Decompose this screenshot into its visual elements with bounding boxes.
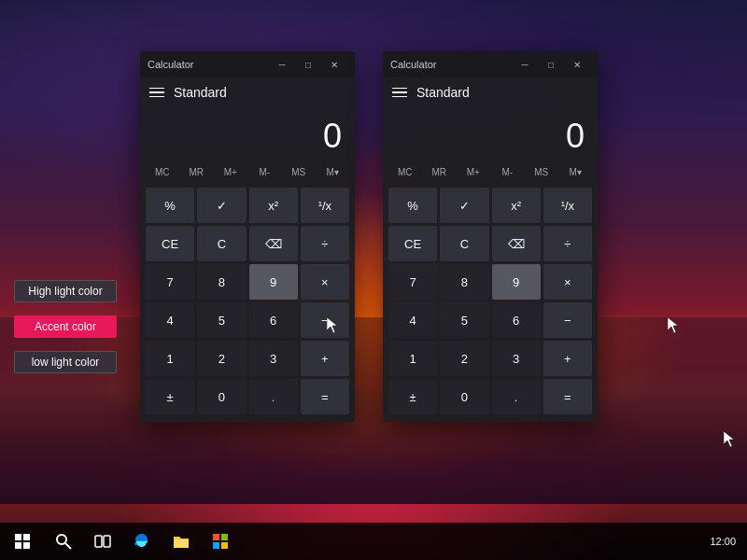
high-light-color-label[interactable]: High light color	[14, 280, 117, 302]
taskbar-explorer-icon[interactable]	[162, 523, 200, 560]
calc-right-add[interactable]: +	[543, 341, 592, 376]
calc-left-8[interactable]: 8	[197, 264, 246, 300]
calc-left-add[interactable]: +	[301, 341, 349, 376]
taskbar-store-icon[interactable]	[202, 523, 239, 560]
calc-left-header: Standard	[140, 77, 355, 107]
calc-right-6[interactable]: 6	[492, 302, 541, 338]
calc-right-5[interactable]: 5	[440, 302, 488, 338]
calc-right-percent[interactable]: %	[388, 188, 437, 223]
calc-right-reciprocal[interactable]: ¹/x	[543, 188, 592, 223]
calc-left-row-5: 1 2 3 +	[146, 341, 349, 376]
calc-left-mrecall[interactable]: M▾	[317, 162, 350, 182]
calc-left-equals[interactable]: =	[301, 379, 349, 414]
calc-left-7[interactable]: 7	[146, 264, 194, 300]
svg-rect-12	[221, 534, 228, 540]
calc-left-close[interactable]: ✕	[321, 51, 347, 77]
calc-right-backspace[interactable]: ⌫	[492, 226, 541, 261]
calc-right-mode: Standard	[416, 85, 470, 100]
calc-right-square[interactable]: x²	[492, 188, 541, 223]
calc-right-1[interactable]: 1	[388, 341, 437, 376]
calc-left-check[interactable]: ✓	[197, 188, 246, 223]
calc-left-mc[interactable]: MC	[146, 162, 179, 182]
calc-right-mr[interactable]: MR	[423, 162, 457, 182]
calc-right-mrecall[interactable]: M▾	[559, 162, 593, 182]
calc-left-divide[interactable]: ÷	[301, 226, 349, 261]
calc-left-c[interactable]: C	[197, 226, 246, 261]
calc-left-display: 0	[140, 107, 355, 161]
accent-color-label[interactable]: Accent color	[14, 315, 117, 338]
calc-left-window-controls: ─ □ ✕	[269, 51, 347, 77]
calc-right-row-3: 7 8 9 ×	[388, 264, 592, 300]
calc-right-3[interactable]: 3	[492, 341, 541, 376]
calc-right-multiply[interactable]: ×	[543, 264, 592, 300]
calc-left-ce[interactable]: CE	[146, 226, 194, 261]
calc-left-5[interactable]: 5	[197, 302, 246, 338]
calc-left-title: Calculator	[148, 59, 194, 70]
calc-left-menu-icon[interactable]	[149, 88, 164, 98]
svg-rect-3	[15, 534, 21, 540]
calc-left-3[interactable]: 3	[249, 341, 298, 376]
calc-left-0[interactable]: 0	[197, 379, 246, 414]
calc-left-mr[interactable]: MR	[180, 162, 214, 182]
svg-line-8	[65, 543, 71, 549]
calc-right-menu-icon[interactable]	[392, 88, 407, 98]
calc-right-subtract[interactable]: −	[543, 302, 592, 338]
calc-left-buttons: % ✓ x² ¹/x CE C ⌫ ÷ 7 8 9 × 4 5 6 −	[140, 184, 355, 422]
calc-right-c[interactable]: C	[440, 226, 488, 261]
calc-left-row-3: 7 8 9 ×	[146, 264, 349, 300]
taskbar-time: 12:00	[710, 536, 736, 547]
calc-right-check[interactable]: ✓	[440, 188, 488, 223]
calc-right-0[interactable]: 0	[440, 379, 488, 414]
calc-right-equals[interactable]: =	[543, 379, 592, 414]
start-button[interactable]	[4, 523, 41, 560]
calc-left-minimize[interactable]: ─	[269, 51, 295, 77]
calc-left-mplus[interactable]: M+	[214, 162, 247, 182]
calc-left-square[interactable]: x²	[249, 188, 298, 223]
calc-right-8[interactable]: 8	[440, 264, 488, 300]
calc-right-titlebar: Calculator ─ □ ✕	[383, 51, 598, 77]
calc-right-7[interactable]: 7	[388, 264, 437, 300]
calc-left-subtract[interactable]: −	[301, 302, 349, 338]
calc-right-ce[interactable]: CE	[388, 226, 437, 261]
calc-left-4[interactable]: 4	[146, 302, 194, 338]
calc-right-minimize[interactable]: ─	[512, 51, 538, 77]
calc-right-mminus[interactable]: M-	[491, 162, 525, 182]
calc-right-memory-row: MC MR M+ M- MS M▾	[383, 161, 598, 184]
taskbar-search-icon[interactable]	[45, 523, 82, 560]
calc-left-6[interactable]: 6	[249, 302, 298, 338]
calc-right-ms[interactable]: MS	[525, 162, 558, 182]
calc-left-9[interactable]: 9	[249, 264, 298, 300]
calc-left-row-6: ± 0 . =	[146, 379, 349, 414]
calc-left-percent[interactable]: %	[146, 188, 194, 223]
svg-rect-10	[104, 536, 110, 547]
calc-right-display: 0	[383, 107, 598, 161]
calc-right-close[interactable]: ✕	[564, 51, 590, 77]
calc-left-mminus[interactable]: M-	[248, 162, 282, 182]
calc-right-4[interactable]: 4	[388, 302, 437, 338]
calc-right-9[interactable]: 9	[492, 264, 541, 300]
svg-rect-13	[213, 542, 219, 549]
calculator-container: Calculator ─ □ ✕ Standard 0 MC MR M+ M- …	[140, 51, 598, 422]
low-light-color-label[interactable]: low light color	[14, 351, 117, 373]
taskbar-taskview-icon[interactable]	[84, 523, 121, 560]
calc-left-decimal[interactable]: .	[249, 379, 298, 414]
calc-left-backspace[interactable]: ⌫	[249, 226, 298, 261]
calc-left-1[interactable]: 1	[146, 341, 194, 376]
calc-right-mc[interactable]: MC	[388, 162, 422, 182]
calc-left-plus-minus[interactable]: ±	[146, 379, 194, 414]
calc-right-maximize[interactable]: □	[538, 51, 564, 77]
calc-right-2[interactable]: 2	[440, 341, 488, 376]
calc-left-2[interactable]: 2	[197, 341, 246, 376]
calc-right-divide[interactable]: ÷	[543, 226, 592, 261]
calc-right-mplus[interactable]: M+	[457, 162, 490, 182]
calc-left-maximize[interactable]: □	[295, 51, 321, 77]
svg-rect-6	[23, 542, 30, 549]
calc-left-reciprocal[interactable]: ¹/x	[301, 188, 349, 223]
taskbar-edge-icon[interactable]	[123, 523, 161, 560]
calc-right-decimal[interactable]: .	[492, 379, 541, 414]
calc-right-row-1: % ✓ x² ¹/x	[388, 188, 592, 223]
color-labels-panel: High light color Accent color low light …	[14, 280, 117, 373]
calc-left-multiply[interactable]: ×	[301, 264, 349, 300]
calc-right-plus-minus[interactable]: ±	[388, 379, 437, 414]
calc-left-ms[interactable]: MS	[282, 162, 316, 182]
